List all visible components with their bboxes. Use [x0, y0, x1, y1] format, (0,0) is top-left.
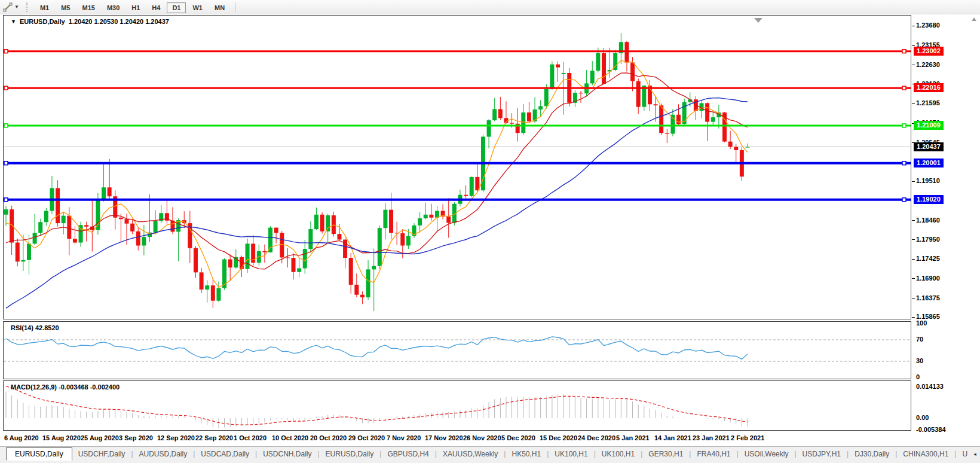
- rsi-axis-label: 0: [916, 373, 920, 380]
- toolbar-separator: [235, 2, 236, 12]
- date-axis-label: 15 Dec 2020: [540, 434, 577, 441]
- price-tick: [912, 220, 915, 221]
- macd-panel[interactable]: MACD(12,26,9) -0.003468 -0.002400: [3, 380, 911, 431]
- rsi-panel[interactable]: RSI(14) 42.8520: [3, 321, 911, 379]
- tab-uk100-h1[interactable]: UK100,H1: [549, 448, 593, 460]
- price-axis-label: 1.18460: [916, 217, 940, 224]
- date-axis-label: 15 Aug 2020: [42, 434, 81, 441]
- trading-terminal: ▼ M1M5M15M30H1H4D1W1MN ▼ EURUSD,Daily 1.…: [0, 0, 980, 463]
- tab-uk100-h1[interactable]: UK100,H1: [596, 448, 641, 460]
- toolbar-grip[interactable]: [26, 2, 30, 12]
- current-price-badge: 1.20437: [914, 142, 944, 151]
- macd-axis-label: 0.00: [916, 414, 929, 421]
- price-tick: [912, 298, 915, 298]
- tab-usoil-weekly[interactable]: USOil,Weekly: [739, 448, 795, 460]
- chart-shift-marker-icon: [754, 18, 762, 23]
- macd-axis-label: 0.014133: [916, 383, 944, 390]
- price-tick: [912, 103, 915, 104]
- main-chart-panel[interactable]: ▼ EURUSD,Daily 1.20420 1.20530 1.20420 1…: [3, 15, 911, 319]
- date-axis-label: 7 Nov 2020: [387, 434, 421, 441]
- chart-tab-bar: EURUSD,DailyUSDCHF,Daily|AUDUSD,Daily|US…: [0, 446, 980, 461]
- tab-u[interactable]: U: [956, 448, 973, 460]
- timeframe-buttons: M1M5M15M30H1H4D1W1MN: [34, 2, 231, 13]
- date-axis-label: 23 Jan 2021: [693, 434, 730, 441]
- tab-eurusd-daily[interactable]: EURUSD,Daily: [320, 448, 380, 460]
- date-axis-label: 14 Jan 2021: [654, 434, 691, 441]
- tab-eurusd-daily[interactable]: EURUSD,Daily: [6, 447, 72, 461]
- date-axis-label: 5 Dec 2020: [501, 434, 535, 441]
- date-axis-label: 24 Dec 2020: [578, 434, 615, 441]
- tab-audusd-daily[interactable]: AUDUSD,Daily: [133, 448, 194, 460]
- price-tick: [912, 278, 915, 279]
- timeframe-button-W1[interactable]: W1: [187, 2, 208, 13]
- timeframe-button-H1[interactable]: H1: [126, 2, 145, 13]
- price-tick: [912, 181, 915, 182]
- price-tick: [912, 317, 915, 318]
- price-level-badge-1.21009: 1.21009: [914, 121, 944, 130]
- date-axis-label: 2 Feb 2021: [731, 434, 764, 441]
- timeframe-button-M1[interactable]: M1: [35, 2, 54, 13]
- timeframe-button-M30[interactable]: M30: [102, 2, 125, 13]
- date-axis-label: 17 Nov 2020: [425, 434, 463, 441]
- candles-layer: [4, 33, 750, 311]
- price-axis-label: 1.23680: [916, 22, 940, 29]
- price-tick: [912, 45, 915, 46]
- timeframe-button-MN[interactable]: MN: [209, 2, 230, 13]
- timeframe-button-D1[interactable]: D1: [167, 2, 186, 13]
- rsi-chart: [4, 322, 911, 379]
- macd-chart: [4, 381, 911, 430]
- tab-dj30-daily[interactable]: DJ30,Daily: [849, 448, 895, 460]
- chart-collapse-icon[interactable]: ▼: [11, 19, 16, 25]
- tab-scroll-left-icon[interactable]: ◂: [973, 451, 976, 457]
- date-axis-label: 5 Jan 2021: [616, 434, 650, 441]
- price-level-badge-1.22016: 1.22016: [914, 83, 944, 92]
- price-tick: [912, 259, 915, 260]
- line-draw-tool-icon[interactable]: [2, 2, 13, 13]
- price-axis[interactable]: 1.236801.231551.226301.221201.215951.210…: [912, 15, 980, 431]
- chart-title: ▼ EURUSD,Daily 1.20420 1.20530 1.20420 1…: [11, 18, 169, 25]
- date-axis-label: 10 Oct 2020: [272, 434, 308, 441]
- timeframe-button-M15[interactable]: M15: [76, 2, 100, 13]
- scale-arrow-icon[interactable]: [972, 17, 976, 21]
- tab-usdchf-daily[interactable]: USDCHF,Daily: [72, 448, 131, 460]
- tab-ger30-h1[interactable]: GER30,H1: [642, 448, 689, 460]
- candlestick-chart[interactable]: [4, 16, 911, 319]
- date-axis-label: 25 Aug 2020: [81, 434, 119, 441]
- date-axis-label: 22 Sep 2020: [195, 434, 233, 441]
- macd-label: MACD(12,26,9) -0.003468 -0.002400: [11, 383, 120, 391]
- footer-strip: [0, 461, 980, 463]
- timeframe-button-M5[interactable]: M5: [56, 2, 75, 13]
- tool-dropdown-arrow-icon[interactable]: ▼: [14, 4, 19, 10]
- date-axis-label: 26 Nov 2020: [463, 434, 501, 441]
- price-level-badge-1.19020: 1.19020: [914, 195, 944, 204]
- tab-usdcnh-daily[interactable]: USDCNH,Daily: [257, 448, 317, 460]
- tab-xauusd-weekly[interactable]: XAUUSD,Weekly: [437, 448, 504, 460]
- tab-gbpusd-h4[interactable]: GBPUSD,H4: [381, 448, 434, 460]
- date-axis-label: 12 Sep 2020: [157, 434, 195, 441]
- price-tick: [912, 26, 915, 26]
- tab-usdjpy-h1[interactable]: USDJPY,H1: [797, 448, 847, 460]
- timeframe-button-H4[interactable]: H4: [146, 2, 166, 13]
- time-axis[interactable]: 6 Aug 202015 Aug 202025 Aug 20203 Sep 20…: [3, 431, 912, 446]
- date-axis-label: 6 Aug 2020: [4, 434, 39, 441]
- tab-hk50-h1[interactable]: HK50,H1: [506, 448, 547, 460]
- tab-scroll-arrows: ◂▸: [973, 451, 980, 457]
- date-axis-label: 1 Oct 2020: [234, 434, 267, 441]
- price-axis-label: 1.22630: [916, 61, 940, 68]
- rsi-line: [6, 337, 748, 360]
- price-tick: [912, 65, 915, 65]
- tab-fra40-h1[interactable]: FRA40,H1: [691, 448, 736, 460]
- tab-usdcad-daily[interactable]: USDCAD,Daily: [195, 448, 255, 460]
- price-axis-label: 1.21595: [916, 99, 940, 106]
- macd-axis-label: -0.005384: [916, 426, 946, 433]
- price-level-badge-1.20001: 1.20001: [914, 159, 944, 167]
- rsi-axis-label: 30: [916, 357, 923, 364]
- price-tick: [912, 239, 915, 240]
- price-axis-label: 1.19510: [916, 177, 940, 184]
- tab-china300-h1[interactable]: CHINA300,H1: [897, 448, 954, 460]
- price-axis-label: 1.17950: [916, 236, 940, 243]
- rsi-axis-label: 70: [916, 336, 923, 343]
- date-axis-label: 29 Oct 2020: [348, 434, 385, 441]
- top-toolbar: ▼ M1M5M15M30H1H4D1W1MN: [0, 0, 980, 14]
- date-axis-label: 20 Oct 2020: [310, 434, 347, 441]
